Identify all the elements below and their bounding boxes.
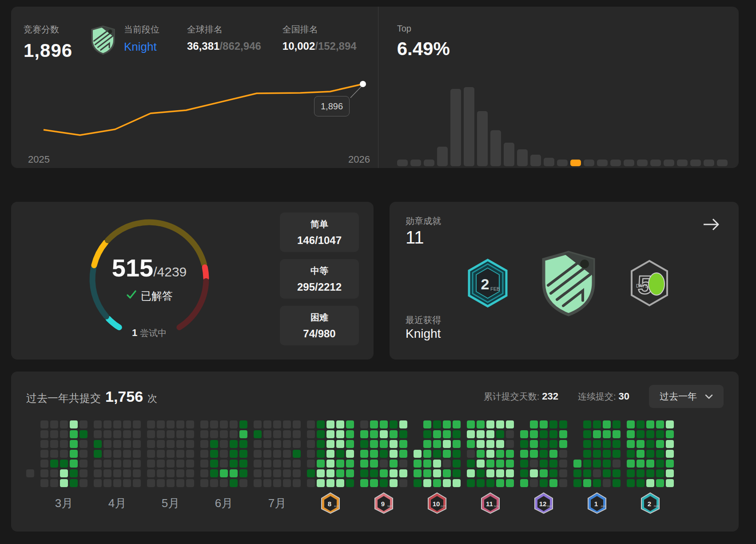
feb-monthly-badge[interactable]: 2 FEB [466, 258, 510, 310]
knight-badge[interactable] [537, 250, 600, 318]
heatmap-cell [70, 450, 78, 458]
heatmap-cell [307, 479, 315, 487]
difficulty-easy[interactable]: 简单 146/1047 [280, 212, 359, 252]
heatmap-cell [423, 460, 431, 468]
heatmap-cell [70, 420, 78, 428]
heatmap-cell [423, 479, 431, 487]
heatmap-cell [186, 420, 194, 428]
heatmap-cell [477, 469, 485, 477]
heatmap-cell [326, 430, 334, 438]
heatmap-cell [656, 430, 664, 438]
heatmap-month-group [360, 420, 407, 487]
heatmap-month-label: 3月 [40, 492, 88, 515]
heatmap-cell [60, 450, 68, 458]
recent-badge-value: Knight [406, 327, 441, 341]
difficulty-medium[interactable]: 中等 295/2212 [280, 259, 359, 299]
heatmap-cell [200, 469, 208, 477]
heatmap-cell [70, 440, 78, 448]
heatmap-cell [60, 420, 68, 428]
heatmap-month-group [414, 420, 461, 487]
month-badge-oct[interactable]: 10 OCT [414, 492, 461, 515]
heatmap-cell [210, 420, 218, 428]
month-badge-feb[interactable]: 2 FEB [627, 492, 674, 515]
heatmap-cell [167, 430, 175, 438]
heatmap-cell [360, 420, 368, 428]
heatmap-cell [530, 469, 538, 477]
heatmap-cell [390, 469, 398, 477]
heatmap-cell [40, 469, 48, 477]
month-badge-dec[interactable]: 12 DEC [520, 492, 567, 515]
heatmap-cell [399, 479, 407, 487]
month-badge-nov[interactable]: 11 NOV [467, 492, 514, 515]
current-rank-value[interactable]: Knight [124, 40, 176, 54]
50-days-badge[interactable]: 5 DAYS [627, 258, 672, 310]
submission-header: 过去一年共提交 1,756 次 累计提交天数:232 连续提交:30 过去一年 [26, 385, 724, 408]
heatmap-cell [549, 420, 557, 428]
histogram-bar [557, 160, 568, 166]
heatmap-month-label: 7月 [254, 492, 301, 515]
heatmap-cell [147, 469, 155, 477]
heatmap-cell [336, 460, 344, 468]
heatmap-cell [443, 479, 451, 487]
range-dropdown[interactable]: 过去一年 [649, 385, 724, 408]
heatmap-cell [530, 430, 538, 438]
heatmap-cell [646, 420, 654, 428]
heatmap-cell [70, 460, 78, 468]
heatmap-month-group [200, 420, 247, 487]
heatmap-month-group [26, 420, 34, 487]
heatmap-cell [477, 460, 485, 468]
heatmap-cell [176, 440, 184, 448]
ring-segment [179, 281, 206, 328]
month-badge-aug[interactable]: 8 AUG [307, 492, 354, 515]
heatmap-cell [540, 430, 548, 438]
heatmap-cell [496, 450, 504, 458]
heatmap-cell [646, 430, 654, 438]
heatmap-cell [230, 420, 238, 428]
heatmap-cell [637, 450, 645, 458]
heatmap-cell [80, 479, 88, 487]
heatmap-cell [113, 460, 121, 468]
svg-text:8: 8 [328, 500, 331, 508]
heatmap-cell [613, 440, 621, 448]
heatmap-cell [176, 450, 184, 458]
heatmap-cell [157, 430, 165, 438]
heatmap-cell [559, 479, 567, 487]
heatmap-cell [40, 420, 48, 428]
heatmap-cell [80, 440, 88, 448]
heatmap-cell [433, 420, 441, 428]
heatmap-cell [453, 460, 461, 468]
heatmap-cell [390, 450, 398, 458]
heatmap-cell [360, 430, 368, 438]
heatmap-cell [399, 469, 407, 477]
heatmap-cell [230, 430, 238, 438]
heatmap-cell [263, 460, 271, 468]
heatmap-cell [326, 479, 334, 487]
ring-segment [108, 319, 119, 328]
global-ranking: 全球排名 36,381/862,946 [187, 24, 261, 52]
heatmap-cell [520, 430, 528, 438]
month-badge-sep[interactable]: 9 SEP [360, 492, 407, 515]
heatmap-cell [157, 450, 165, 458]
heatmap-cell [200, 440, 208, 448]
heatmap-cell [453, 469, 461, 477]
heatmap-cell [506, 440, 514, 448]
heatmap-cell [370, 440, 378, 448]
heatmap-cell [414, 460, 422, 468]
svg-text:12: 12 [539, 500, 547, 508]
heatmap-cell [123, 460, 131, 468]
arrow-right-icon[interactable] [702, 217, 721, 234]
difficulty-hard[interactable]: 困难 74/980 [280, 306, 359, 345]
heatmap-cell [317, 430, 325, 438]
badges-count: 11 [406, 228, 424, 248]
heatmap-cell [167, 450, 175, 458]
svg-text:DAYS: DAYS [636, 284, 648, 288]
heatmap-cell [573, 460, 581, 468]
heatmap-cell [210, 460, 218, 468]
heatmap-cell [477, 479, 485, 487]
heatmap-cell [627, 430, 635, 438]
heatmap-cell [123, 469, 131, 477]
heatmap-cell [94, 420, 102, 428]
heatmap-cell [167, 420, 175, 428]
total-active-days: 累计提交天数:232 [484, 391, 558, 403]
month-badge-jan[interactable]: 1 JAN [573, 492, 621, 515]
